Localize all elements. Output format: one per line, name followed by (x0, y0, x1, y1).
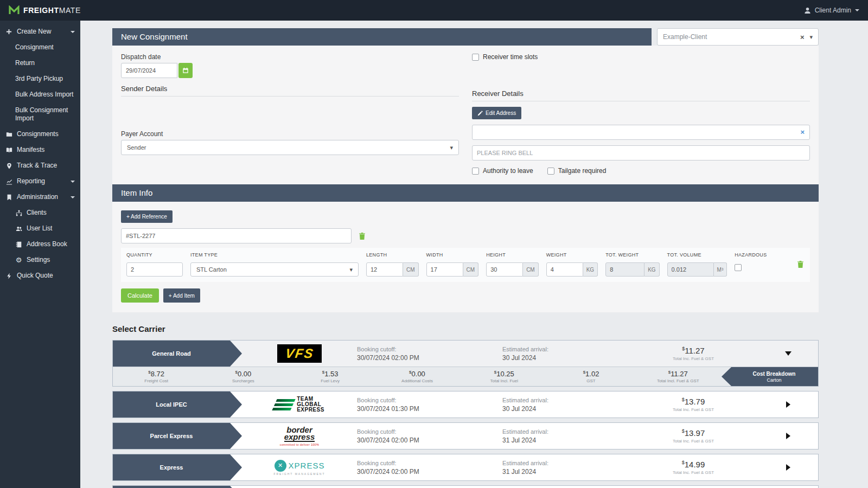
sidebar-item-manifests[interactable]: Manifests (0, 142, 80, 158)
add-reference-button[interactable]: + Add Reference (121, 210, 173, 223)
price: $11.27 (682, 346, 704, 355)
chevron-down-icon (349, 267, 353, 273)
cost-breakdown-banner: Cost Breakdown Carton (722, 367, 818, 386)
sidebar-item-bulk-consignment-import[interactable]: Bulk Consignment Import (0, 102, 80, 126)
expand-caret-icon[interactable] (786, 401, 790, 408)
sidebar-item-consignments[interactable]: Consignments (0, 126, 80, 142)
service-banner: General Road (113, 341, 242, 367)
border-express-logo: border express committed to deliver 100% (242, 423, 357, 449)
calculate-button[interactable]: Calculate (121, 288, 159, 303)
sidebar-item-clients[interactable]: Clients (0, 205, 80, 221)
caret-icon (71, 31, 75, 33)
user-icon (804, 7, 811, 14)
expand-caret-icon[interactable] (786, 433, 790, 439)
height-unit: CM (523, 262, 539, 277)
breakdown-item: $8.72Freight Cost (113, 367, 200, 386)
chevron-down-icon (855, 9, 859, 11)
length-input[interactable] (366, 262, 403, 277)
quantity-input[interactable] (126, 262, 183, 277)
chevron-down-icon (450, 145, 453, 151)
carrier-row-express[interactable]: Express ✕XPRESS FREIGHT MANAGEMENT Booki… (112, 454, 819, 481)
width-input[interactable] (426, 262, 463, 277)
book-icon (5, 147, 12, 153)
delete-item-icon[interactable] (796, 260, 805, 268)
delete-reference-icon[interactable] (358, 232, 366, 240)
carrier-row-general-road[interactable]: General Road VFS Booking cutoff: 30/07/2… (112, 340, 819, 387)
sidebar-item-return[interactable]: Return (0, 55, 80, 71)
breakdown-item: $0.00Additional Costs (374, 367, 461, 386)
sidebar-item-reporting[interactable]: Reporting (0, 174, 80, 189)
tot-volume-input (667, 262, 714, 277)
breakdown-item: $10.25Total Incl. Fuel (461, 367, 547, 386)
xpress-logo: ✕XPRESS FREIGHT MANAGEMENT (242, 454, 357, 480)
service-banner: 1 Man Std (113, 486, 242, 488)
sidebar-item-address-book[interactable]: Address Book (0, 236, 80, 252)
sidebar-item-quick-quote[interactable]: Quick Quote (0, 268, 80, 284)
price: $14.99 (682, 460, 705, 469)
payer-account-select[interactable]: Sender (121, 140, 459, 155)
authority-to-leave-checkbox[interactable] (472, 168, 479, 175)
dispatch-date-input[interactable] (121, 63, 177, 78)
sidebar-item-user-list[interactable]: User List (0, 221, 80, 236)
carrier-row-local-ipec[interactable]: Local IPEC TEAMGLOBALEXPRESS Booking cut… (112, 391, 819, 418)
freightmate-m-icon (9, 5, 20, 15)
bolt-icon (5, 273, 12, 279)
quantity-label: QUANTITY (126, 252, 183, 258)
receiver-time-slots-checkbox[interactable] (472, 54, 479, 61)
map-marker-icon (5, 163, 12, 169)
price-note: Total Inc. Fuel & GST (673, 470, 714, 475)
eta-label: Estimated arrival: (502, 346, 628, 352)
brand-logo: FREIGHTMATE (9, 5, 81, 15)
calendar-button[interactable] (178, 63, 193, 78)
sidebar-item-consignment[interactable]: Consignment (0, 40, 80, 55)
weight-input[interactable] (546, 262, 583, 277)
special-instructions-input[interactable] (472, 145, 810, 160)
expand-caret-icon[interactable] (786, 464, 790, 471)
caret-icon (71, 196, 75, 198)
booking-cutoff-value: 30/07/2024 02:00 PM (357, 354, 502, 362)
sidebar-item-bulk-address-import[interactable]: Bulk Address Import (0, 87, 80, 102)
sidebar-item-create-new[interactable]: Create New (0, 24, 80, 40)
sidebar-item-3rd-party-pickup[interactable]: 3rd Party Pickup (0, 71, 80, 87)
dispatch-date-label: Dispatch date (121, 53, 459, 61)
receiver-address-input[interactable] (472, 125, 810, 140)
breakdown-item: $1.53Fuel Levy (287, 367, 374, 386)
tailgate-required-checkbox[interactable] (547, 168, 554, 175)
address-book-icon (15, 241, 22, 248)
sidebar-item-administration[interactable]: Administration (0, 189, 80, 205)
height-input[interactable] (486, 262, 523, 277)
item-type-select[interactable]: STL Carton (190, 262, 359, 277)
users-icon (15, 226, 22, 232)
clear-address-icon[interactable] (800, 128, 805, 136)
receiver-time-slots-label: Receiver time slots (483, 53, 538, 61)
receiver-time-slots-row: Receiver time slots (472, 53, 810, 61)
client-select[interactable]: Example-Client (657, 28, 819, 46)
authority-to-leave-label: Authority to leave (483, 167, 533, 175)
collapse-caret-icon[interactable] (785, 351, 792, 356)
sitemap-icon (15, 210, 22, 216)
main-content: New Consignment Example-Client Dispatch … (80, 21, 868, 488)
add-item-button[interactable]: + Add Item (163, 288, 200, 303)
chevron-down-icon (809, 34, 813, 40)
sidebar-item-track-trace[interactable]: Track & Trace (0, 158, 80, 174)
hazardous-checkbox[interactable] (735, 264, 742, 271)
tot-weight-label: TOT. WEIGHT (605, 252, 659, 258)
carrier-row-parcel-express[interactable]: Parcel Express border express committed … (112, 422, 819, 450)
caret-icon (71, 181, 75, 183)
hazardous-label: HAZARDOUS (735, 252, 767, 258)
sender-column: Dispatch date Sender Details Payer Accou… (121, 53, 459, 175)
service-banner: Parcel Express (113, 423, 242, 449)
receiver-details-title: Receiver Details (472, 89, 810, 101)
edit-address-button[interactable]: Edit Address (472, 107, 521, 119)
carrier-row-1-man-std[interactable]: 1 Man Std pfmcorp Booking cutoff:30/07/2… (112, 485, 819, 488)
gear-icon: ⚙ (15, 256, 22, 264)
item-type-label: ITEM TYPE (190, 252, 359, 258)
calendar-icon (182, 67, 189, 74)
sidebar-item-settings[interactable]: ⚙ Settings (0, 252, 80, 268)
reference-input[interactable] (121, 228, 352, 243)
price: $13.79 (682, 397, 705, 406)
length-label: LENGTH (366, 252, 419, 258)
user-menu[interactable]: Client Admin (804, 7, 859, 14)
price-note: Total Inc. Fuel & GST (673, 439, 714, 444)
clear-icon[interactable] (800, 34, 805, 41)
